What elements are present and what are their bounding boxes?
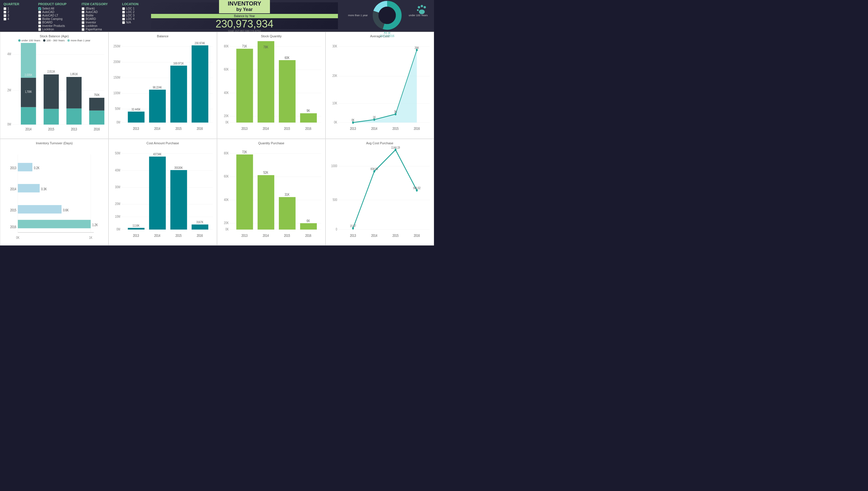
quarter-item-1[interactable]: 1 bbox=[3, 7, 32, 10]
hero-section: INVENTORY by Year Balance by Year 230,97… bbox=[151, 2, 338, 29]
quarter-3-checkbox[interactable] bbox=[3, 14, 6, 17]
ic-inventor[interactable]: Inventor bbox=[82, 21, 116, 24]
svg-text:948K: 948K bbox=[72, 120, 76, 123]
avg-cost-purchase-svg: 1000 500 0 15.57 834.05 1144.19 bbox=[328, 146, 431, 243]
svg-text:31K: 31K bbox=[285, 192, 290, 196]
cost-amount-purchase-area: 50M 40M 30M 20M 10M 0M 1116K 2013 4 bbox=[111, 146, 215, 243]
svg-text:2014: 2014 bbox=[10, 187, 17, 191]
ic-biolite[interactable]: Biolite bbox=[82, 14, 116, 17]
svg-text:169.971K: 169.971K bbox=[173, 61, 184, 65]
svg-text:1,851K: 1,851K bbox=[70, 72, 78, 76]
svg-text:0K: 0K bbox=[352, 118, 355, 122]
svg-text:40M: 40M bbox=[115, 168, 120, 172]
svg-text:60K: 60K bbox=[285, 56, 290, 60]
svg-text:2013: 2013 bbox=[350, 126, 356, 131]
avg-cost-purchase-panel: Avg Cost Purchase 1000 500 0 bbox=[326, 139, 434, 246]
svg-text:1000: 1000 bbox=[331, 164, 337, 168]
svg-text:230.974K: 230.974K bbox=[195, 41, 205, 45]
pg-autocad[interactable]: AutoCAD bbox=[38, 10, 76, 13]
loc-2[interactable]: LOC 2 bbox=[122, 10, 145, 13]
cost-amount-purchase-svg: 50M 40M 30M 20M 10M 0M 1116K 2013 4 bbox=[111, 146, 215, 243]
quarter-item-2[interactable]: 2 bbox=[3, 10, 32, 13]
pg-board[interactable]: BOARD bbox=[38, 21, 76, 24]
svg-text:2M: 2M bbox=[7, 88, 11, 92]
svg-rect-52 bbox=[149, 90, 166, 123]
pg-selectall[interactable]: Select All bbox=[38, 7, 76, 10]
loc-1[interactable]: LOC 1 bbox=[122, 7, 145, 10]
svg-rect-23 bbox=[44, 74, 59, 109]
svg-text:20K: 20K bbox=[224, 221, 229, 225]
svg-text:2014: 2014 bbox=[371, 233, 377, 237]
svg-text:2013: 2013 bbox=[242, 126, 248, 131]
svg-text:100M: 100M bbox=[113, 91, 120, 95]
ic-lockitron[interactable]: Lockitron bbox=[82, 24, 116, 27]
svg-text:2016: 2016 bbox=[414, 126, 420, 131]
stock-quantity-svg: 80K 60K 40K 20K 0K 71K 2013 78K 2014 bbox=[220, 39, 323, 136]
quarter-item-4[interactable]: 4 bbox=[3, 17, 32, 21]
svg-text:6K: 6K bbox=[307, 219, 310, 223]
svg-text:1144.19: 1144.19 bbox=[391, 146, 400, 149]
inventory-turnover-area: 0K 1K 2013 0.2K 2014 0.3K 2015 0.6K bbox=[3, 146, 106, 243]
svg-text:2015: 2015 bbox=[10, 208, 16, 212]
product-group-title: PRODUCT GROUP bbox=[38, 2, 76, 6]
svg-text:43734K: 43734K bbox=[153, 152, 162, 156]
svg-text:32.445K: 32.445K bbox=[131, 107, 140, 111]
svg-point-0 bbox=[418, 6, 420, 8]
charts-grid: Stock Balance (Age) under 100 Years 100 … bbox=[0, 32, 434, 246]
svg-text:925K: 925K bbox=[49, 120, 54, 123]
inventory-turnover-title: Inventory Turnover (Days) bbox=[3, 141, 106, 145]
quarter-2-checkbox[interactable] bbox=[3, 11, 6, 13]
svg-text:0M: 0M bbox=[116, 227, 120, 231]
balance-svg: 250M 200M 150M 100M 50M 0M 32.445K 2013 bbox=[111, 39, 215, 136]
svg-text:2013: 2013 bbox=[242, 233, 248, 237]
svg-text:20M: 20M bbox=[115, 202, 120, 206]
loc-3[interactable]: LOC 3 bbox=[122, 14, 145, 17]
quarter-4-checkbox[interactable] bbox=[3, 18, 6, 21]
inventory-turnover-panel: Inventory Turnover (Days) 0K 1K 2013 0.2… bbox=[0, 139, 109, 246]
svg-point-8 bbox=[379, 7, 396, 24]
svg-rect-136 bbox=[149, 156, 166, 229]
ic-blank[interactable]: (Blank) bbox=[82, 7, 116, 10]
svg-text:10M: 10M bbox=[115, 214, 120, 218]
pg-inventor[interactable]: Inventor Products bbox=[38, 24, 76, 27]
quarter-1-checkbox[interactable] bbox=[3, 7, 6, 10]
svg-text:80K: 80K bbox=[224, 151, 229, 155]
svg-point-2 bbox=[424, 6, 426, 8]
svg-text:2014: 2014 bbox=[154, 233, 161, 237]
stock-quantity-title: Stock Quantity bbox=[220, 34, 323, 38]
location-title: LOCATION bbox=[122, 2, 145, 6]
stock-balance-age-panel: Stock Balance (Age) under 100 Years 100 … bbox=[0, 32, 109, 139]
svg-marker-91 bbox=[353, 50, 417, 123]
svg-text:1K: 1K bbox=[373, 115, 375, 119]
svg-rect-110 bbox=[18, 163, 32, 171]
svg-text:2013: 2013 bbox=[133, 126, 139, 131]
quarter-item-3[interactable]: 3 bbox=[3, 14, 32, 17]
svg-text:2015: 2015 bbox=[284, 233, 290, 237]
pg-autocadlt[interactable]: AutoCAD LT bbox=[38, 14, 76, 17]
donut-as-at: As at 31/12/2016 bbox=[380, 31, 394, 37]
top-filter-bar: Quarter 1 2 3 4 PRODUCT GROUP Select All… bbox=[0, 0, 434, 32]
svg-point-1 bbox=[421, 5, 423, 7]
svg-text:0K: 0K bbox=[225, 227, 229, 231]
ic-autocad[interactable]: AutoCAD bbox=[82, 10, 116, 13]
loc-4[interactable]: LOC 4 bbox=[122, 17, 145, 21]
svg-text:71K: 71K bbox=[242, 44, 247, 48]
svg-rect-17 bbox=[21, 43, 36, 78]
balance-panel: Balance 250M 200M 150M 100M 50M 0M bbox=[109, 32, 217, 139]
ic-paperkarma[interactable]: PaperKarma bbox=[82, 28, 116, 31]
pg-lockitron[interactable]: Lockitron bbox=[38, 28, 76, 31]
svg-text:0K: 0K bbox=[225, 120, 229, 124]
product-group-filter: PRODUCT GROUP Select All AutoCAD AutoCAD… bbox=[38, 2, 76, 29]
ic-board[interactable]: BOARD bbox=[82, 17, 116, 21]
loc-na[interactable]: N/A bbox=[122, 21, 145, 24]
stock-balance-age-title: Stock Balance (Age) bbox=[3, 34, 106, 38]
svg-text:2015: 2015 bbox=[176, 126, 182, 131]
svg-text:1.2K: 1.2K bbox=[92, 223, 98, 227]
donut-label-right: under 100 Years bbox=[409, 14, 428, 17]
svg-rect-71 bbox=[236, 49, 253, 123]
svg-text:500: 500 bbox=[333, 198, 337, 202]
hero-title: INVENTORY bbox=[228, 0, 261, 7]
balance-title: Balance bbox=[111, 34, 215, 38]
svg-text:0.3K: 0.3K bbox=[41, 187, 47, 191]
pg-biolite[interactable]: Biolite Camping bbox=[38, 17, 76, 21]
